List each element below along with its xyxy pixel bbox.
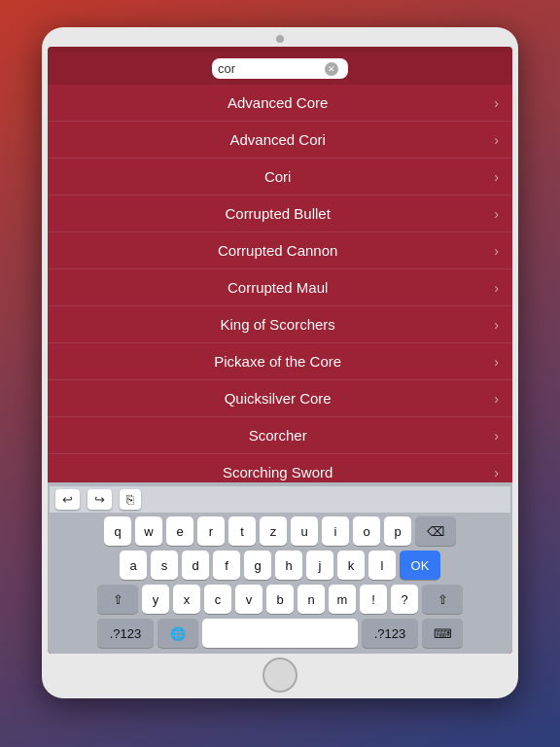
key[interactable]: g bbox=[244, 551, 271, 580]
list-item-text: Quicksilver Core bbox=[61, 390, 494, 407]
key[interactable]: y bbox=[142, 585, 169, 614]
chevron-right-icon: › bbox=[494, 169, 499, 185]
space-key[interactable] bbox=[202, 619, 358, 648]
key[interactable]: r bbox=[197, 516, 225, 546]
key[interactable]: a bbox=[120, 551, 147, 580]
key[interactable]: i bbox=[322, 516, 349, 546]
key[interactable]: e bbox=[166, 516, 193, 546]
key[interactable]: s bbox=[151, 551, 178, 580]
key[interactable]: q bbox=[104, 516, 131, 546]
toolbar-button[interactable]: ↪ bbox=[88, 489, 112, 510]
numbers-key[interactable]: .?123 bbox=[97, 619, 154, 648]
chevron-right-icon: › bbox=[494, 391, 499, 407]
chevron-right-icon: › bbox=[494, 317, 499, 333]
numbers-key-2[interactable]: .?123 bbox=[362, 619, 418, 648]
ipad-screen: ✕ Advanced Core › Advanced Cori › Cori ›… bbox=[48, 47, 512, 654]
list-item[interactable]: Scorcher › bbox=[48, 417, 512, 454]
list-item-text: King of Scorchers bbox=[61, 316, 494, 333]
search-bar-container: ✕ bbox=[48, 53, 512, 85]
search-bar[interactable]: ✕ bbox=[212, 58, 348, 79]
key[interactable]: w bbox=[135, 516, 162, 546]
list-item-text: Corrupted Maul bbox=[61, 279, 494, 296]
key[interactable]: u bbox=[291, 516, 318, 546]
list-item[interactable]: Pickaxe of the Core › bbox=[48, 343, 512, 380]
shift-key[interactable]: ⇧ bbox=[422, 585, 463, 614]
chevron-right-icon: › bbox=[494, 243, 499, 259]
list-item[interactable]: Corrupted Maul › bbox=[48, 269, 512, 306]
chevron-right-icon: › bbox=[494, 95, 499, 111]
list-item-text: Corrupted Bullet bbox=[61, 205, 494, 222]
keyboard-rows: qwertzuiop⌫asdfghjklOK⇧yxcvbnm!?⇧.?123🌐.… bbox=[50, 513, 510, 650]
list-item-text: Pickaxe of the Core bbox=[61, 353, 494, 370]
list-item[interactable]: Corrupted Cannon › bbox=[48, 232, 512, 269]
chevron-right-icon: › bbox=[494, 132, 499, 148]
list-item-text: Cori bbox=[61, 168, 494, 185]
toolbar-button[interactable]: ⎘ bbox=[120, 489, 141, 510]
key[interactable]: f bbox=[213, 551, 240, 580]
list-item[interactable]: Advanced Cori › bbox=[48, 122, 512, 159]
key[interactable]: x bbox=[173, 585, 200, 614]
ipad-home-button[interactable] bbox=[262, 658, 298, 693]
keyboard-row: ⇧yxcvbnm!?⇧ bbox=[52, 585, 508, 614]
keyboard-row: asdfghjklOK bbox=[52, 551, 508, 580]
key[interactable]: p bbox=[384, 516, 411, 546]
list-item-text: Advanced Cori bbox=[61, 131, 494, 148]
key[interactable]: h bbox=[275, 551, 302, 580]
list-item-text: Scorcher bbox=[61, 427, 494, 444]
search-input[interactable] bbox=[218, 61, 325, 76]
chevron-right-icon: › bbox=[494, 354, 499, 370]
list-item-text: Advanced Core bbox=[61, 94, 494, 111]
list-item[interactable]: Scorching Sword › bbox=[48, 454, 512, 482]
list-item-text: Scorching Sword bbox=[61, 464, 494, 480]
backspace-key[interactable]: ⌫ bbox=[415, 516, 456, 546]
chevron-right-icon: › bbox=[494, 465, 499, 480]
key[interactable]: n bbox=[298, 585, 325, 614]
key[interactable]: z bbox=[260, 516, 287, 546]
globe-key[interactable]: 🌐 bbox=[158, 619, 198, 648]
ipad-frame: ✕ Advanced Core › Advanced Cori › Cori ›… bbox=[42, 27, 518, 698]
key[interactable]: c bbox=[204, 585, 231, 614]
key[interactable]: j bbox=[306, 551, 333, 580]
ok-key[interactable]: OK bbox=[400, 551, 440, 580]
shift-key[interactable]: ⇧ bbox=[97, 585, 138, 614]
keyboard-row: .?123🌐.?123⌨ bbox=[52, 619, 508, 648]
toolbar-button[interactable]: ↩ bbox=[55, 489, 80, 510]
list-item[interactable]: Advanced Core › bbox=[48, 85, 512, 122]
results-list: Advanced Core › Advanced Cori › Cori › C… bbox=[48, 85, 512, 482]
key[interactable]: o bbox=[353, 516, 380, 546]
chevron-right-icon: › bbox=[494, 280, 499, 296]
key[interactable]: ? bbox=[391, 585, 418, 614]
key[interactable]: l bbox=[368, 551, 396, 580]
chevron-right-icon: › bbox=[494, 206, 499, 222]
chevron-right-icon: › bbox=[494, 428, 499, 444]
key[interactable]: b bbox=[266, 585, 294, 614]
key[interactable]: k bbox=[337, 551, 365, 580]
clear-icon[interactable]: ✕ bbox=[325, 62, 338, 76]
keyboard-hide-key[interactable]: ⌨ bbox=[422, 619, 463, 648]
key[interactable]: ! bbox=[360, 585, 387, 614]
ipad-camera bbox=[276, 35, 284, 43]
key[interactable]: d bbox=[182, 551, 209, 580]
keyboard-toolbar: ↩↪⎘ bbox=[50, 486, 510, 513]
keyboard-row: qwertzuiop⌫ bbox=[52, 516, 508, 546]
key[interactable]: t bbox=[228, 516, 256, 546]
list-item[interactable]: Corrupted Bullet › bbox=[48, 196, 512, 232]
list-item[interactable]: Quicksilver Core › bbox=[48, 380, 512, 417]
list-item-text: Corrupted Cannon bbox=[61, 242, 494, 259]
keyboard-area: ↩↪⎘ qwertzuiop⌫asdfghjklOK⇧yxcvbnm!?⇧.?1… bbox=[48, 482, 512, 654]
key[interactable]: v bbox=[235, 585, 262, 614]
list-item[interactable]: King of Scorchers › bbox=[48, 306, 512, 343]
key[interactable]: m bbox=[329, 585, 356, 614]
list-item[interactable]: Cori › bbox=[48, 159, 512, 196]
